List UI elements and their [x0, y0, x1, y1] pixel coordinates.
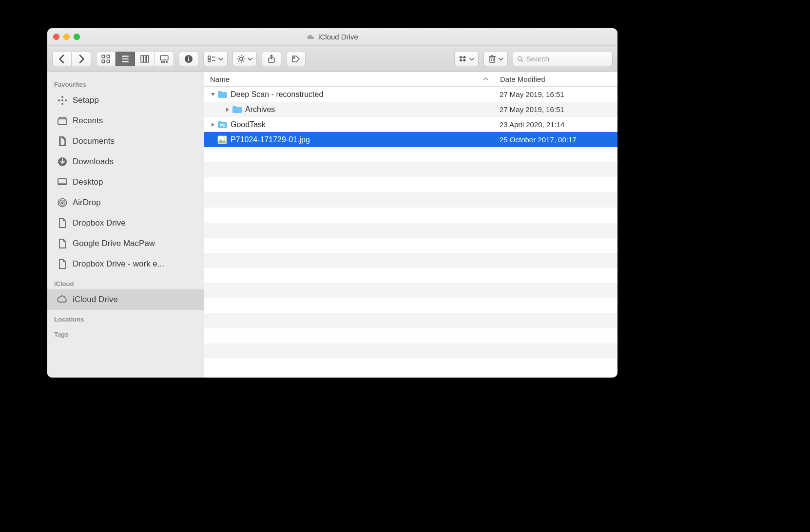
finder-window: iCloud Drive: [47, 28, 617, 378]
file-date: 25 October 2017, 00:17: [493, 135, 617, 144]
action-menu-button[interactable]: [232, 52, 257, 66]
column-view-button[interactable]: [135, 52, 154, 66]
column-date[interactable]: Date Modified: [493, 75, 617, 83]
back-button[interactable]: [52, 52, 72, 66]
chevron-down-icon: [499, 55, 503, 63]
window-title: iCloud Drive: [47, 33, 617, 41]
sidebar-item-label: Setapp: [73, 95, 99, 105]
sidebar-section-header[interactable]: Favourites: [47, 75, 204, 90]
dropbox-button[interactable]: [454, 52, 479, 66]
downloads-icon: [57, 156, 68, 167]
sidebar-item-label: AirDrop: [73, 198, 101, 208]
sidebar-item-label: Documents: [73, 136, 115, 146]
icon-view-button[interactable]: [96, 52, 116, 66]
empty-row: [204, 253, 617, 268]
disclosure-triangle[interactable]: [209, 92, 217, 97]
column-headers: Name Date Modified: [204, 72, 617, 87]
window-title-text: iCloud Drive: [318, 33, 358, 41]
empty-row: [204, 192, 617, 208]
empty-row: [204, 208, 617, 223]
search-input[interactable]: [526, 55, 608, 63]
sidebar-item[interactable]: iCloud Drive: [47, 289, 204, 310]
disclosure-triangle[interactable]: [209, 122, 217, 127]
file-list: Deep Scan - reconstructed27 May 2019, 16…: [204, 87, 617, 378]
file-name: GoodTask: [231, 120, 493, 129]
sidebar-item[interactable]: Documents: [47, 131, 204, 152]
sidebar-section-header[interactable]: iCloud: [47, 274, 204, 289]
empty-row: [204, 298, 617, 313]
search-icon: [517, 56, 523, 62]
file-date: 27 May 2019, 16:51: [493, 90, 617, 98]
chevron-down-icon: [248, 55, 252, 63]
chevron-down-icon: [469, 55, 474, 63]
sidebar-item[interactable]: Google Drive MacPaw: [47, 233, 204, 254]
forward-button[interactable]: [72, 52, 91, 66]
column-date-label: Date Modified: [500, 75, 545, 83]
file-name: Archives: [245, 105, 493, 114]
nav-group: [52, 52, 91, 66]
column-name[interactable]: Name: [204, 75, 478, 83]
empty-row: [204, 359, 617, 374]
sidebar-item-label: Dropbox Drive - work e...: [73, 259, 164, 269]
chevron-down-icon: [218, 55, 223, 63]
empty-row: [204, 313, 617, 328]
sort-up-icon: [483, 77, 488, 81]
file-row[interactable]: Archives27 May 2019, 16:51: [204, 102, 617, 117]
column-name-label: Name: [210, 75, 230, 83]
zoom-button[interactable]: [74, 34, 80, 40]
view-mode-group: [96, 52, 174, 66]
share-button[interactable]: [262, 52, 281, 66]
sidebar-item[interactable]: Dropbox Drive - work e...: [47, 254, 204, 274]
image-icon: [217, 134, 228, 145]
file-name: Deep Scan - reconstructed: [231, 90, 493, 99]
group-by-button[interactable]: [203, 52, 228, 66]
file-row[interactable]: GoodTask23 April 2020, 21:14: [204, 117, 617, 132]
file-icon: [57, 218, 68, 228]
empty-row: [204, 223, 617, 238]
empty-row: [204, 328, 617, 343]
cloud-icon: [57, 294, 68, 305]
setapp-icon: [57, 95, 68, 106]
airdrop-icon: [57, 197, 68, 208]
trash-button[interactable]: [483, 52, 508, 66]
empty-row: [204, 343, 617, 359]
toolbar: [47, 46, 617, 72]
sidebar-item-label: Google Drive MacPaw: [73, 239, 155, 248]
sidebar-section-header[interactable]: Locations: [47, 310, 204, 325]
recents-icon: [57, 115, 68, 126]
sidebar-item[interactable]: AirDrop: [47, 192, 204, 213]
sidebar-item[interactable]: Dropbox Drive: [47, 213, 204, 233]
gallery-view-button[interactable]: [154, 52, 174, 66]
sidebar-section-header[interactable]: Tags: [47, 325, 204, 340]
appfolder-icon: [217, 119, 228, 130]
file-icon: [57, 259, 68, 269]
window-controls: [53, 34, 80, 40]
disclosure-triangle[interactable]: [224, 107, 231, 112]
sidebar-item[interactable]: Desktop: [47, 172, 204, 192]
search-field[interactable]: [513, 52, 613, 66]
file-name: P71024-171729-01.jpg: [231, 135, 493, 144]
sort-indicator[interactable]: [478, 77, 493, 81]
folder-icon: [231, 104, 242, 115]
sidebar-item[interactable]: Setapp: [47, 90, 204, 111]
file-row[interactable]: Deep Scan - reconstructed27 May 2019, 16…: [204, 87, 617, 102]
empty-row: [204, 147, 617, 162]
list-view-button[interactable]: [116, 52, 135, 66]
file-pane: Name Date Modified Deep Scan - reconstru…: [204, 72, 617, 378]
close-button[interactable]: [53, 34, 59, 40]
window-body: FavouritesSetappRecentsDocumentsDownload…: [47, 72, 617, 378]
get-info-button[interactable]: [179, 52, 198, 66]
sidebar: FavouritesSetappRecentsDocumentsDownload…: [47, 72, 204, 378]
documents-icon: [57, 136, 68, 147]
titlebar: iCloud Drive: [47, 28, 617, 46]
empty-row: [204, 177, 617, 192]
minimize-button[interactable]: [63, 34, 70, 40]
empty-row: [204, 283, 617, 298]
file-date: 27 May 2019, 16:51: [493, 105, 617, 114]
tags-button[interactable]: [286, 52, 306, 66]
sidebar-item[interactable]: Recents: [47, 111, 204, 131]
sidebar-item-label: Downloads: [73, 157, 114, 167]
file-row[interactable]: P71024-171729-01.jpg25 October 2017, 00:…: [204, 132, 617, 147]
folder-icon: [217, 89, 228, 100]
sidebar-item[interactable]: Downloads: [47, 152, 204, 172]
